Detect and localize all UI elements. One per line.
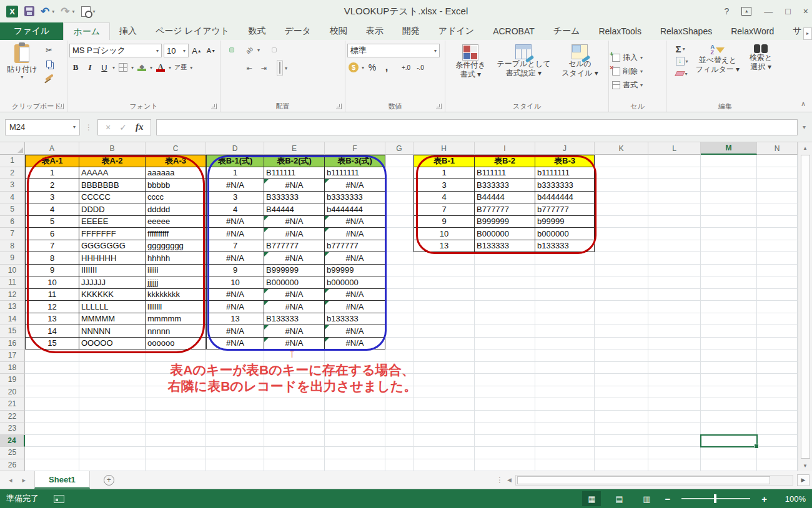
cell-I11[interactable] [475,276,535,289]
cell-G1[interactable] [385,155,413,167]
cell-I6[interactable]: B999999 [475,216,535,228]
cell-M14[interactable] [701,313,757,326]
cell-I4[interactable]: B44444 [475,192,535,204]
row-header-25[interactable]: 25 [0,447,25,459]
cancel-entry-button[interactable]: × [106,122,111,132]
cell-F14[interactable]: b133333 [325,313,385,326]
cell-F2[interactable]: b1111111 [325,167,385,180]
cell-J1[interactable]: 表B-3 [535,155,595,167]
cell-J21[interactable] [535,398,595,411]
cell-L1[interactable] [648,155,701,167]
cell-C7[interactable]: ffffffffff [146,228,206,240]
column-header-I[interactable]: I [475,142,535,155]
column-header-G[interactable]: G [385,142,413,155]
cell-H21[interactable] [413,398,475,411]
cell-N17[interactable] [757,349,798,362]
format-as-table-button[interactable]: テーブルとして書式設定 ▾ [493,42,555,100]
cell-G21[interactable] [385,398,413,411]
cell-G10[interactable] [385,265,413,277]
tab-9[interactable]: アドイン [429,22,483,40]
cell-H12[interactable] [413,289,475,301]
format-cells-button[interactable]: 書式▾ [611,78,664,92]
row-header-14[interactable]: 14 [0,313,25,326]
cell-C26[interactable] [146,459,206,472]
cell-I3[interactable]: B333333 [475,179,535,192]
cell-B12[interactable]: KKKKKK [79,289,146,301]
column-header-H[interactable]: H [413,142,475,155]
cell-I24[interactable] [475,435,535,447]
cell-K19[interactable] [595,374,648,386]
cell-E21[interactable] [264,398,325,411]
cell-B22[interactable] [79,411,146,423]
cell-F12[interactable]: #N/A [325,289,385,301]
cell-L10[interactable] [648,265,701,277]
cell-A12[interactable]: 11 [25,289,79,301]
cell-H23[interactable] [413,423,475,435]
cell-N12[interactable] [757,289,798,301]
cell-F16[interactable]: #N/A [325,338,385,350]
cell-F3[interactable]: #N/A [325,179,385,192]
cell-I16[interactable] [475,338,535,350]
cell-N24[interactable] [757,435,798,447]
tab-13[interactable]: RelaxShapes [651,22,721,40]
cell-L26[interactable] [648,459,701,472]
cell-K5[interactable] [595,203,648,216]
cell-K17[interactable] [595,349,648,362]
cell-L23[interactable] [648,423,701,435]
cell-H24[interactable] [413,435,475,447]
cell-L8[interactable] [648,240,701,253]
middle-align-button[interactable] [229,47,234,52]
row-header-19[interactable]: 19 [0,374,25,386]
cell-K18[interactable] [595,362,648,374]
cell-G24[interactable] [385,435,413,447]
cell-C21[interactable] [146,398,206,411]
cell-I26[interactable] [475,459,535,472]
cell-H3[interactable]: 3 [413,179,475,192]
cell-N7[interactable] [757,228,798,240]
cell-L7[interactable] [648,228,701,240]
tab-3[interactable]: ページ レイアウト [146,22,239,40]
cell-C9[interactable]: hhhhh [146,252,206,265]
cell-B1[interactable]: 表A-2 [79,155,146,167]
paste-button[interactable]: 貼り付け ▾ [3,42,41,100]
cell-I13[interactable] [475,301,535,313]
font-name-select[interactable]: MS Pゴシック▾ [69,44,162,57]
cell-L21[interactable] [648,398,701,411]
sheet-nav-left-icon[interactable]: ◂ [9,476,12,484]
wrap-text-button[interactable] [272,47,277,52]
cut-button[interactable]: ✂ [42,44,56,56]
cell-N19[interactable] [757,374,798,386]
currency-format-button[interactable]: $ [347,61,360,74]
tab-7[interactable]: 表示 [357,22,393,40]
row-header-13[interactable]: 13 [0,301,25,313]
cell-D10[interactable]: 9 [206,265,264,277]
cell-C4[interactable]: cccc [146,192,206,204]
cell-B14[interactable]: MMMMM [79,313,146,326]
cell-J16[interactable] [535,338,595,350]
cell-J25[interactable] [535,447,595,459]
align-right-button[interactable] [236,66,241,71]
row-header-4[interactable]: 4 [0,192,25,204]
cell-H26[interactable] [413,459,475,472]
cell-H10[interactable] [413,265,475,277]
cell-G22[interactable] [385,411,413,423]
cell-B3[interactable]: BBBBBBB [79,179,146,192]
cell-H6[interactable]: 9 [413,216,475,228]
cell-K23[interactable] [595,423,648,435]
underline-button[interactable]: U [98,61,111,74]
cell-G16[interactable] [385,338,413,350]
column-header-M[interactable]: M [701,142,757,155]
row-header-10[interactable]: 10 [0,265,25,277]
cell-F17[interactable] [325,349,385,362]
page-break-view-button[interactable]: ▥ [637,491,656,506]
cell-E14[interactable]: B133333 [264,313,325,326]
cell-K21[interactable] [595,398,648,411]
cell-I17[interactable] [475,349,535,362]
sort-filter-button[interactable]: AZ 並べ替えとフィルター ▾ [692,42,743,100]
cell-G17[interactable] [385,349,413,362]
cell-J23[interactable] [535,423,595,435]
cell-L22[interactable] [648,411,701,423]
cell-N20[interactable] [757,386,798,399]
cell-D17[interactable] [206,349,264,362]
tab-4[interactable]: 数式 [239,22,275,40]
